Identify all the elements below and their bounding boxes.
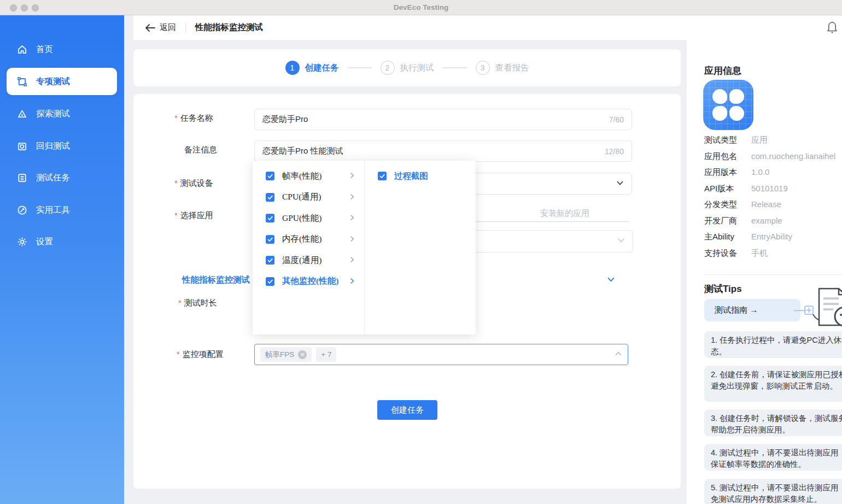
sidebar-item-tools[interactable]: 实用工具 <box>0 198 124 222</box>
app-info-rows: 测试类型应用 应用包名com.ruocheng.lianaihel 应用版本1.… <box>704 132 835 261</box>
tip-item-5: 5. 测试过程中，请不要退出待测应用，以免测试应用内存数据采集终止。 <box>704 479 842 504</box>
sidebar-item-label: 专项测试 <box>36 76 70 87</box>
tools-icon <box>16 204 27 215</box>
chevron-down-icon <box>616 179 624 189</box>
monitor-tag-more: + 7 <box>316 347 336 362</box>
submenu-item-process-screenshot[interactable]: 过程截图 <box>365 166 476 187</box>
checkbox-checked-icon[interactable] <box>266 235 274 244</box>
remark-counter: 12/80 <box>605 147 624 156</box>
dropdown-item-memory[interactable]: 内存(性能) <box>253 229 364 250</box>
dropdown-item-label: CPU(通用) <box>282 191 321 203</box>
duration-label: 测试时长 <box>178 298 217 308</box>
sidebar-item-label: 实用工具 <box>36 204 70 216</box>
sidebar: 首页 专项测试 探索测试 回归测试 测试任务 实用工具 设置 <box>0 15 124 504</box>
step-connector <box>348 67 372 68</box>
step-number: 1 <box>285 61 300 75</box>
info-row-device-support: 支持设备手机 <box>704 245 835 261</box>
dropdown-item-label: GPU(性能) <box>282 213 321 224</box>
dropdown-item-label: 帧率(性能) <box>282 171 321 182</box>
app-icon <box>703 80 753 130</box>
step-view-report: 3 查看报告 <box>476 61 529 75</box>
checkbox-checked-icon[interactable] <box>266 277 274 286</box>
sidebar-item-label: 设置 <box>36 236 53 248</box>
chevron-right-icon <box>349 213 355 223</box>
create-task-button[interactable]: 创建任务 <box>377 400 437 420</box>
page-title: 性能指标监控测试 <box>195 22 263 33</box>
task-name-input[interactable]: 恋爱助手Pro 7/60 <box>254 109 632 130</box>
window-title: DevEco Testing <box>0 0 842 15</box>
step-label: 创建任务 <box>305 62 339 74</box>
step-connector <box>443 67 467 68</box>
monitor-config-multiselect[interactable]: 帧率FPS ✕ + 7 <box>254 344 628 365</box>
sidebar-item-label: 测试任务 <box>36 172 70 184</box>
regression-test-icon <box>16 140 27 151</box>
step-create-task: 1 创建任务 <box>285 61 339 75</box>
sidebar-item-test-task[interactable]: 测试任务 <box>0 166 124 190</box>
monitor-tag-fps: 帧率FPS ✕ <box>260 347 312 362</box>
step-label: 查看报告 <box>495 62 529 74</box>
monitor-submenu-panel: 过程截图 <box>365 161 476 335</box>
sidebar-item-regression-test[interactable]: 回归测试 <box>0 134 124 158</box>
sidebar-item-label: 探索测试 <box>36 108 70 120</box>
checkbox-checked-icon[interactable] <box>266 214 274 222</box>
tip-item-2: 2. 创建任务前，请保证被测应用已授权，避免出现弹窗，影响测试正常启动。 <box>704 366 842 402</box>
device-label: 测试设备 <box>174 178 213 189</box>
tab-install-new-app[interactable]: 安装新的应用 <box>500 208 629 219</box>
home-icon <box>16 44 27 55</box>
tip-item-1: 1. 任务执行过程中，请避免PC进入休眠状态。 <box>704 331 842 358</box>
task-name-label: 任务名称 <box>174 113 213 124</box>
checkbox-checked-icon[interactable] <box>266 172 274 180</box>
monitor-config-label: 监控项配置 <box>177 349 224 360</box>
monitor-more-label: + 7 <box>321 350 331 359</box>
monitor-tag-label: 帧率FPS <box>265 350 294 360</box>
back-button[interactable]: 返回 <box>145 22 176 33</box>
notification-bell-icon[interactable] <box>826 21 839 37</box>
dropdown-item-framerate[interactable]: 帧率(性能) <box>253 166 364 187</box>
dropdown-item-temperature[interactable]: 温度(通用) <box>253 250 364 271</box>
step-number: 3 <box>476 61 490 75</box>
window-titlebar: DevEco Testing <box>0 0 842 15</box>
checkbox-checked-icon[interactable] <box>266 193 274 202</box>
remove-tag-icon[interactable]: ✕ <box>298 350 307 359</box>
back-label: 返回 <box>160 22 176 33</box>
chevron-right-icon <box>349 192 355 202</box>
app-info-panel: 应用信息 测试类型应用 应用包名com.ruocheng.lianaihel 应… <box>687 15 842 504</box>
sidebar-item-settings[interactable]: 设置 <box>0 230 124 254</box>
remark-label: 备注信息 <box>184 145 217 155</box>
dropdown-item-gpu[interactable]: GPU(性能) <box>253 208 364 229</box>
page-header: 返回 性能指标监控测试 <box>133 15 842 40</box>
info-row-app-version: 应用版本1.0.0 <box>704 164 835 180</box>
chevron-right-icon <box>349 235 355 244</box>
sidebar-item-special-test[interactable]: 专项测试 <box>7 68 117 95</box>
header-divider <box>185 23 186 33</box>
dropdown-item-cpu[interactable]: CPU(通用) <box>253 187 364 208</box>
submenu-item-label: 过程截图 <box>394 171 428 182</box>
step-label: 执行测试 <box>400 62 434 74</box>
info-row-api-version: API版本50101019 <box>704 180 835 197</box>
test-guide-link[interactable]: 测试指南 → <box>704 299 800 321</box>
dropdown-item-other-monitor[interactable]: 其他监控(性能) <box>253 271 364 292</box>
section-collapse-chevron-icon[interactable] <box>607 276 615 286</box>
chevron-right-icon <box>349 277 355 286</box>
info-row-test-type: 测试类型应用 <box>704 132 835 148</box>
remark-input[interactable]: 恋爱助手Pro 性能测试 12/80 <box>254 140 632 162</box>
step-run-test: 2 执行测试 <box>381 61 434 75</box>
info-row-release-type: 分发类型Release <box>704 196 835 213</box>
explore-test-icon <box>16 108 27 119</box>
sidebar-item-home[interactable]: 首页 <box>0 37 124 61</box>
monitor-options-panel: 帧率(性能) CPU(通用) GPU(性能) 内存(性能) 温度(通用) 其他监… <box>253 161 365 335</box>
test-task-icon <box>16 172 27 183</box>
tips-title: 测试Tips <box>704 283 742 295</box>
sidebar-item-explore-test[interactable]: 探索测试 <box>0 102 124 126</box>
checkbox-checked-icon[interactable] <box>266 256 274 265</box>
checkbox-checked-icon[interactable] <box>378 172 387 180</box>
task-name-value: 恋爱助手Pro <box>262 114 308 125</box>
dropdown-item-label: 内存(性能) <box>282 233 321 245</box>
info-row-vendor: 开发厂商example <box>704 213 835 229</box>
app-info-title: 应用信息 <box>704 65 741 77</box>
dropdown-item-label: 温度(通用) <box>282 255 321 266</box>
back-arrow-icon <box>145 24 155 32</box>
panel-divider <box>704 274 842 275</box>
tip-item-3: 3. 创建任务时，请解锁设备，测试服务将帮助您开启待测应用。 <box>704 409 842 436</box>
settings-icon <box>16 236 27 247</box>
